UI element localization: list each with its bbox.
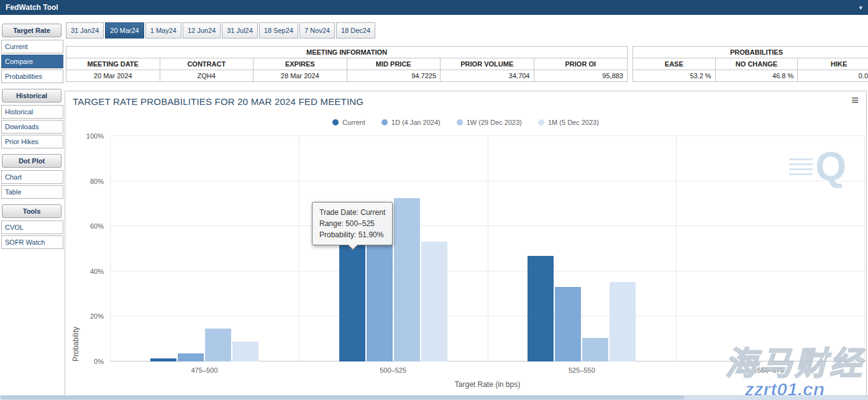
col-no-change: NO CHANGE: [715, 58, 798, 70]
legend-marker-1w-29-dec-2023: [457, 119, 463, 125]
bar-current-525-550[interactable]: [528, 256, 554, 361]
legend-label-1w-29-dec-2023: 1W (29 Dec 2023): [467, 119, 522, 126]
chart-legend: Current1D (4 Jan 2024)1W (29 Dec 2023)1M…: [65, 119, 866, 126]
bar-group-550-575: [676, 136, 865, 361]
meeting-information-header: MEETING INFORMATION: [66, 47, 628, 58]
sidebar-header-dot-plot[interactable]: Dot Plot: [2, 154, 62, 168]
titlebar: FedWatch Tool ▾: [0, 0, 868, 15]
probabilities-table: PROBABILITIESEASENO CHANGEHIKE53.2 %46.8…: [633, 46, 868, 82]
chart-context-menu-icon[interactable]: ≡: [851, 94, 859, 106]
bar-current-475-500[interactable]: [150, 358, 176, 361]
scrollbar-thumb[interactable]: [1, 396, 684, 399]
bar-1m-5-dec-2023-475-500[interactable]: [232, 342, 258, 361]
val-no-change: 46.8 %: [715, 70, 798, 82]
legend-item-current[interactable]: Current: [332, 119, 365, 126]
tab-7-nov24[interactable]: 7 Nov24: [299, 22, 335, 39]
val-ease: 53.2 %: [633, 70, 716, 82]
bar-group-475-500: [110, 136, 299, 361]
sidebar-item-sofr-watch[interactable]: SOFR Watch: [1, 235, 63, 249]
col-expires: EXPIRES: [254, 58, 347, 70]
bar-1d-4-jan-2024-475-500[interactable]: [178, 353, 204, 361]
sidebar-item-prior-hikes[interactable]: Prior Hikes: [1, 135, 63, 148]
sidebar-item-downloads[interactable]: Downloads: [1, 120, 63, 134]
y-tick-20: 20%: [90, 312, 104, 320]
chart-panel: TARGET RATE PROBABILITIES FOR 20 MAR 202…: [65, 91, 867, 396]
val-expires: 28 Mar 2024: [254, 70, 347, 82]
meeting-tab-bar: 31 Jan2420 Mar241 May2412 Jun2431 Jul241…: [66, 22, 375, 39]
chart-tooltip: Trade Date: Current Range: 500–525 Proba…: [312, 202, 393, 245]
y-tick-100: 100%: [86, 132, 104, 140]
sidebar-item-probabilities[interactable]: Probabilities: [1, 70, 63, 83]
tab-12-jun24[interactable]: 12 Jun24: [183, 22, 221, 39]
x-tick-475-500: 475–500: [191, 366, 217, 374]
col-prior-volume: PRIOR VOLUME: [441, 58, 534, 70]
x-tick-500-525: 500–525: [380, 366, 406, 374]
val-hike: 0.0 %: [798, 70, 868, 82]
val-prior-oi: 95,883: [534, 70, 628, 82]
app-title: FedWatch Tool: [6, 3, 58, 12]
probabilities-table-wrap: PROBABILITIESEASENO CHANGEHIKE53.2 %46.8…: [633, 46, 868, 82]
sidebar: Target RateCurrentCompareProbabilitiesHi…: [1, 24, 63, 255]
sidebar-item-compare[interactable]: Compare: [1, 55, 63, 68]
legend-item-1w-29-dec-2023[interactable]: 1W (29 Dec 2023): [457, 119, 522, 126]
sidebar-header-historical[interactable]: Historical: [2, 89, 62, 102]
y-tick-80: 80%: [90, 178, 104, 185]
sidebar-item-table[interactable]: Table: [1, 185, 63, 199]
tab-18-sep24[interactable]: 18 Sep24: [259, 22, 298, 39]
page: FedWatch Tool ▾ Target RateCurrentCompar…: [0, 0, 868, 400]
bar-1m-5-dec-2023-525-550[interactable]: [610, 282, 636, 361]
sidebar-section-dot-plot: Dot PlotChartTable: [1, 154, 63, 199]
sidebar-item-cvol[interactable]: CVOL: [1, 220, 63, 234]
bar-1w-29-dec-2023-475-500[interactable]: [205, 329, 231, 361]
bar-1w-29-dec-2023-500-525[interactable]: [394, 198, 420, 361]
tooltip-range: Range: 500–525: [319, 218, 385, 229]
val-prior-volume: 34,704: [441, 70, 534, 82]
titlebar-icon[interactable]: ▾: [859, 4, 862, 12]
horizontal-scrollbar[interactable]: [0, 395, 868, 400]
bar-group-525-550: [488, 136, 677, 361]
legend-marker-current: [332, 119, 339, 125]
tooltip-probability: Probability: 51.90%: [319, 229, 385, 240]
sidebar-item-chart[interactable]: Chart: [1, 170, 63, 184]
col-prior-oi: PRIOR OI: [534, 58, 628, 70]
x-axis-title: Target Rate (in bps): [110, 380, 865, 389]
val-meeting-date: 20 Mar 2024: [66, 70, 160, 82]
probabilities-header: PROBABILITIES: [633, 47, 868, 58]
legend-label-current: Current: [342, 119, 365, 126]
legend-item-1m-5-dec-2023[interactable]: 1M (5 Dec 2023): [538, 119, 599, 126]
col-ease: EASE: [633, 58, 716, 70]
bar-1m-5-dec-2023-500-525[interactable]: [421, 242, 447, 361]
y-axis-title: Probability: [71, 136, 80, 361]
col-mid-price: MID PRICE: [347, 58, 441, 70]
col-contract: CONTRACT: [160, 58, 254, 70]
tab-31-jan24[interactable]: 31 Jan24: [66, 22, 104, 39]
legend-marker-1d-4-jan-2024: [381, 119, 388, 125]
sidebar-item-current[interactable]: Current: [1, 40, 63, 53]
tooltip-trade-date: Trade Date: Current: [319, 207, 385, 218]
sidebar-header-tools[interactable]: Tools: [2, 204, 62, 218]
sidebar-item-historical[interactable]: Historical: [1, 105, 63, 119]
bar-current-500-525[interactable]: [339, 245, 365, 361]
tab-18-dec24[interactable]: 18 Dec24: [336, 22, 375, 39]
bar-1d-4-jan-2024-525-550[interactable]: [555, 287, 581, 361]
y-tick-0: 0%: [94, 358, 104, 365]
col-hike: HIKE: [798, 58, 868, 70]
bar-group-500-525: [299, 136, 488, 361]
sidebar-header-target-rate[interactable]: Target Rate: [2, 24, 62, 37]
val-mid-price: 94.7225: [347, 70, 441, 82]
tab-20-mar24[interactable]: 20 Mar24: [105, 22, 144, 39]
legend-label-1m-5-dec-2023: 1M (5 Dec 2023): [548, 119, 599, 126]
plot-area: Probability Q Trade Date: Current Range:…: [110, 136, 865, 361]
legend-item-1d-4-jan-2024[interactable]: 1D (4 Jan 2024): [381, 119, 441, 126]
legend-label-1d-4-jan-2024: 1D (4 Jan 2024): [391, 119, 441, 126]
val-contract: ZQH4: [160, 70, 254, 82]
bar-1w-29-dec-2023-525-550[interactable]: [582, 338, 608, 361]
meeting-info-table-wrap: MEETING INFORMATIONMEETING DATECONTRACTE…: [66, 46, 628, 82]
meeting-info-table: MEETING INFORMATIONMEETING DATECONTRACTE…: [66, 46, 628, 82]
tab-31-jul24[interactable]: 31 Jul24: [222, 22, 258, 39]
tab-1-may24[interactable]: 1 May24: [145, 22, 181, 39]
x-tick-550-575: 550–575: [757, 366, 784, 374]
sidebar-section-tools: ToolsCVOLSOFR Watch: [1, 204, 63, 249]
sidebar-section-target-rate: Target RateCurrentCompareProbabilities: [1, 24, 63, 83]
col-meeting-date: MEETING DATE: [66, 58, 160, 70]
